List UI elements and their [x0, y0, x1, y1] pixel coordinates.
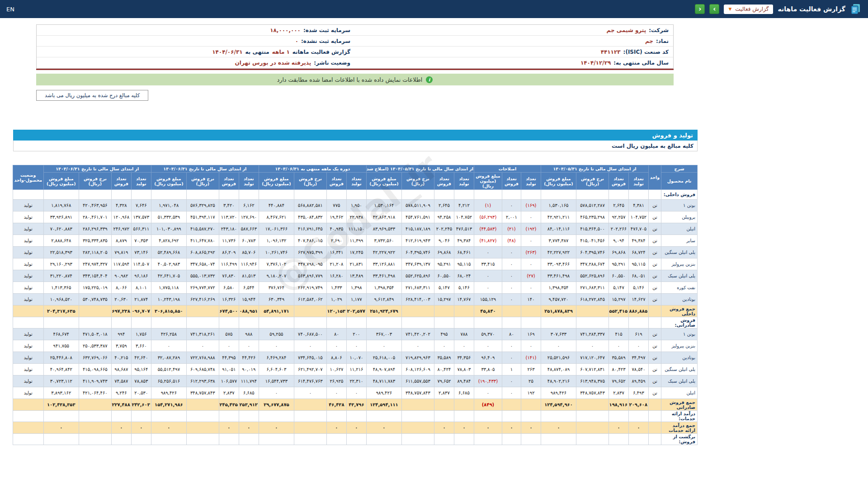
value-cell: [474, 411, 502, 422]
report-type-dropdown[interactable]: گزارش فعالیت ▼: [724, 5, 773, 14]
value-cell: ۰: [259, 387, 294, 399]
value-cell: ۳۰,۷۲۳,۱۱۲: [43, 375, 79, 387]
value-cell: ۷۹,۸۱۹: [111, 247, 131, 258]
value-cell: [259, 411, 294, 422]
value-cell: ۶,۶۸۵: [454, 387, 474, 399]
value-cell: ۹,۰۴۶: [434, 235, 454, 247]
value-cell: ۱۴,۶۲۷: [629, 294, 649, 305]
value-cell: ۸۹,۴۸۴: [454, 375, 474, 387]
info-value: ۱۴۰۴/۰۶/۳۱: [212, 49, 242, 55]
value-cell: ۱۱۴,۵۰۷: [131, 258, 151, 270]
value-cell: [609, 411, 629, 422]
value-cell: [521, 399, 541, 411]
company-info-cell: سال مالی منتهی به:۱۴۰۴/۱۲/۲۹: [355, 60, 673, 66]
value-cell: ۵۵۲,۶۲۵,۸۹۶: [401, 270, 434, 282]
value-cell: ۳,۷۷۴,۳۸۷: [541, 235, 576, 247]
value-cell: ۸۹,۴۵۹: [629, 375, 649, 387]
value-cell: [401, 317, 434, 328]
value-cell: ۱۱۱,۷۹۴: [239, 375, 259, 387]
value-cell: ۰: [474, 387, 502, 399]
value-cell: ۵۳۰,۷۴۸,۷۳۵: [79, 294, 111, 305]
prev-report-button[interactable]: ‹: [695, 4, 705, 14]
value-cell: ۲,۸۳۷: [219, 387, 239, 399]
value-cell: ۱۴,۷۶۷: [454, 294, 474, 305]
col-subheader: نرخ فروش (ریال): [79, 173, 111, 190]
value-cell: ۱۶,۳۴۱: [326, 247, 346, 258]
value-cell: [609, 434, 629, 445]
value-cell: ۴۲,۲۲۷,۹۲۲: [541, 247, 576, 258]
value-cell: ۹,۶۱۲,۸۴۹: [366, 294, 401, 305]
value-cell: ۶۰۸,۱۲۶,۶۰۹: [401, 364, 434, 375]
value-cell: ۷,۶۴۶: [131, 200, 151, 211]
value-cell: ۴۱۵: [609, 328, 629, 340]
unit-cell: [649, 434, 661, 445]
value-cell: ۲۸۰,۴۶۱,۷۰۱: [79, 211, 111, 223]
group-label-cell: درآمد ارائه خدمات:: [661, 411, 698, 422]
value-cell: [294, 317, 326, 328]
table-body: فروش داخلی:بوتن ۱تن۴,۳۸۱۲,۶۴۵۵۷۸,۵۱۲,۲۸۷…: [13, 190, 697, 445]
value-cell: ۵۵۲,۶۲۵,۸۹۶: [576, 270, 609, 282]
value-cell: (۱۴۱): [521, 352, 541, 364]
value-cell: ۲۴۷,۹۷۴,۳۲۷: [79, 258, 111, 270]
status-cell: تولید: [13, 294, 43, 305]
data-row: نفت کورهتن۵,۱۴۶۵,۱۴۷۲۷۱,۶۸۳,۳۱۱۱,۳۹۸,۳۵۴…: [13, 282, 697, 294]
value-cell: ۳۴,۳۵۶: [454, 352, 474, 364]
unit-cell: تن: [649, 247, 661, 258]
product-name-cell: نفت کوره: [661, 282, 698, 294]
value-cell: ۱,۴۳۳: [326, 282, 346, 294]
value-cell: ۳۰۷,۶۳۳: [541, 328, 576, 340]
value-cell: ۱۵,۲۹۷: [434, 294, 454, 305]
value-cell: [239, 190, 259, 200]
next-report-button[interactable]: ›: [709, 4, 719, 14]
value-cell: ۲۰۹,۶۰۸: [629, 399, 649, 411]
signature-notice: i اطلاعات نمایش داده شده با اطلاعات امضا…: [36, 74, 674, 85]
value-cell: ۲۷۱,۶۸۳,۳۱۱: [576, 282, 609, 294]
status-cell: تولید: [13, 247, 43, 258]
value-cell: ۰: [186, 340, 219, 352]
value-cell: ۱۲۰,۹۶۸: [111, 211, 131, 223]
value-cell: [454, 434, 474, 445]
value-cell: ۱,۳۹۸,۳۵۴: [366, 282, 401, 294]
value-cell: (۲۷): [521, 270, 541, 282]
value-cell: ۰: [259, 422, 294, 434]
value-cell: [366, 434, 401, 445]
value-cell: [186, 399, 219, 411]
value-cell: [366, 411, 401, 422]
value-cell: [576, 422, 609, 434]
value-cell: ۲۴۳,۱۸۰: [219, 223, 239, 235]
value-cell: ۹,۱۸۰,۲۰۷: [259, 270, 294, 282]
value-cell: ۱,۷۵۶: [131, 328, 151, 340]
status-cell: تولید: [13, 258, 43, 270]
value-cell: ۲,۰۰۱: [502, 211, 521, 223]
language-toggle[interactable]: EN: [6, 6, 14, 13]
value-cell: (۱۶۹): [521, 200, 541, 211]
value-cell: (۱۹۲): [521, 223, 541, 235]
unit-cell: تن: [649, 200, 661, 211]
value-cell: ۵۴,۸۹۱,۱۷۱: [259, 305, 294, 317]
value-cell: ۰: [434, 422, 454, 434]
value-cell: [521, 305, 541, 317]
status-cell: تولید: [13, 364, 43, 375]
value-cell: ۴۲,۹۲۱,۲۱۱: [541, 211, 576, 223]
value-cell: (۴۸): [502, 235, 521, 247]
value-cell: (۱): [474, 200, 502, 211]
unit-cell: [649, 317, 661, 328]
value-cell: [346, 190, 366, 200]
col-subheader: تعداد فروش: [326, 173, 346, 190]
value-cell: ۲,۸۸۸,۶۴۸: [43, 235, 79, 247]
value-cell: [629, 317, 649, 328]
value-cell: ۱۹,۴۶۲: [326, 211, 346, 223]
value-cell: ۱۰,۶۲۷: [326, 364, 346, 375]
value-cell: ۱۳,۴۸۹: [346, 270, 366, 282]
value-cell: [239, 317, 259, 328]
info-value: پترو شیمی جم: [607, 27, 646, 33]
product-name-cell: اتیلن: [661, 223, 698, 235]
value-cell: ۵۵,۵۱۲,۴۹۷: [151, 364, 186, 375]
value-cell: ۳,۷۵۹: [111, 340, 131, 352]
company-info-row: کد صنعت (ISIC):۴۴۱۱۲۳گزارش فعالیت ماهانه…: [37, 47, 673, 57]
value-cell: ۴۸,۹۰۷,۸۹۴: [366, 364, 401, 375]
value-cell: ۲۴۶,۹۷۲: [111, 223, 131, 235]
value-cell: ۲۶,۹۲۵: [326, 375, 346, 387]
value-cell: ۰: [366, 422, 401, 434]
value-cell: ۳۰۶,۸۱۵,۸۵۰: [151, 305, 186, 317]
